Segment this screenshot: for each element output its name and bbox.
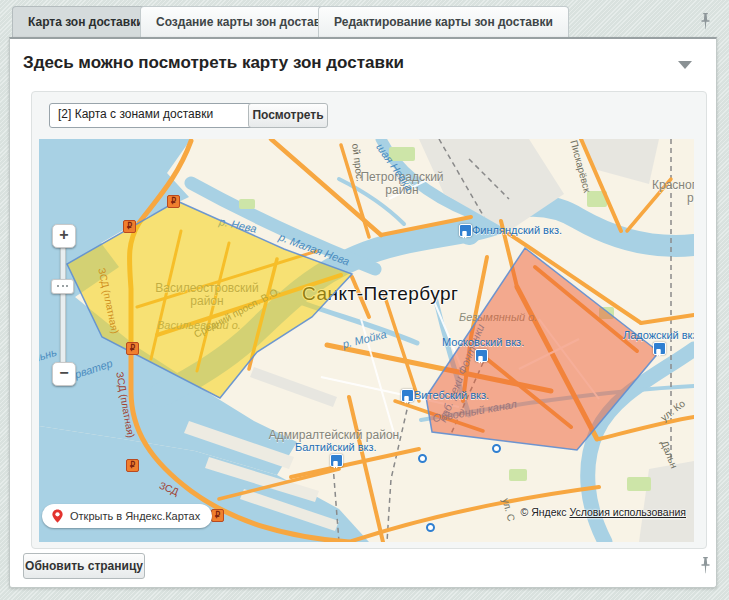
map-select[interactable]: [2] Карта с зонами доставки ▾ — [49, 103, 267, 128]
train-station-icon-vitebsky — [401, 389, 414, 402]
zoom-out-button[interactable]: − — [52, 362, 76, 386]
open-in-yandex-maps-link[interactable]: Открыть в Яндекс.Картах — [42, 504, 212, 528]
tab-delivery-zones-map[interactable]: Карта зон доставки — [12, 6, 160, 38]
open-in-yandex-maps-label: Открыть в Яндекс.Картах — [70, 510, 200, 522]
yandex-map[interactable]: Санкт-Петербург Петроградский район Васи… — [39, 139, 694, 542]
toll-road-icon: ₽ — [167, 195, 180, 208]
view-button[interactable]: Посмотреть — [248, 103, 328, 128]
terms-of-use-link[interactable]: Условия использования — [569, 506, 686, 518]
tab-edit-map[interactable]: Редактирование карты зон доставки — [318, 6, 569, 38]
page-title: Здесь можно посмотреть карту зон доставк… — [23, 53, 404, 73]
map-panel: [2] Карта с зонами доставки ▾ Посмотреть — [31, 91, 707, 549]
poi-dot-icon — [418, 454, 427, 463]
poi-dot-icon — [426, 523, 435, 532]
map-select-value: [2] Карта с зонами доставки — [58, 107, 213, 121]
toll-road-icon: ₽ — [211, 509, 224, 522]
content-card: Здесь можно посмотреть карту зон доставк… — [9, 37, 717, 588]
yandex-maps-pin-icon — [50, 507, 65, 525]
poi-dot-icon — [492, 444, 501, 453]
toll-road-icon: ₽ — [123, 220, 136, 233]
toll-road-icon: ₽ — [126, 459, 139, 472]
pin-icon[interactable] — [700, 12, 711, 34]
pin-icon-bottom[interactable] — [700, 556, 711, 578]
zoom-in-button[interactable]: + — [52, 224, 76, 248]
map-base-tiles — [39, 139, 694, 542]
train-station-icon-moskovsky — [475, 349, 488, 362]
train-station-icon-finlyandsky — [459, 224, 472, 237]
train-station-icon-ladozhsky — [653, 342, 666, 355]
collapse-arrow-icon[interactable] — [678, 61, 692, 69]
zoom-slider-track[interactable] — [60, 243, 66, 369]
toll-road-icon: ₽ — [126, 342, 139, 355]
refresh-page-button[interactable]: Обновить страницу — [23, 553, 145, 579]
tab-bar: Карта зон доставки Создание карты зон до… — [0, 0, 729, 38]
train-station-icon-baltiysky — [330, 454, 343, 467]
zoom-slider-handle[interactable] — [51, 279, 74, 294]
map-copyright: © Яндекс Условия использования — [521, 506, 686, 518]
copyright-text: © Яндекс — [521, 506, 567, 518]
